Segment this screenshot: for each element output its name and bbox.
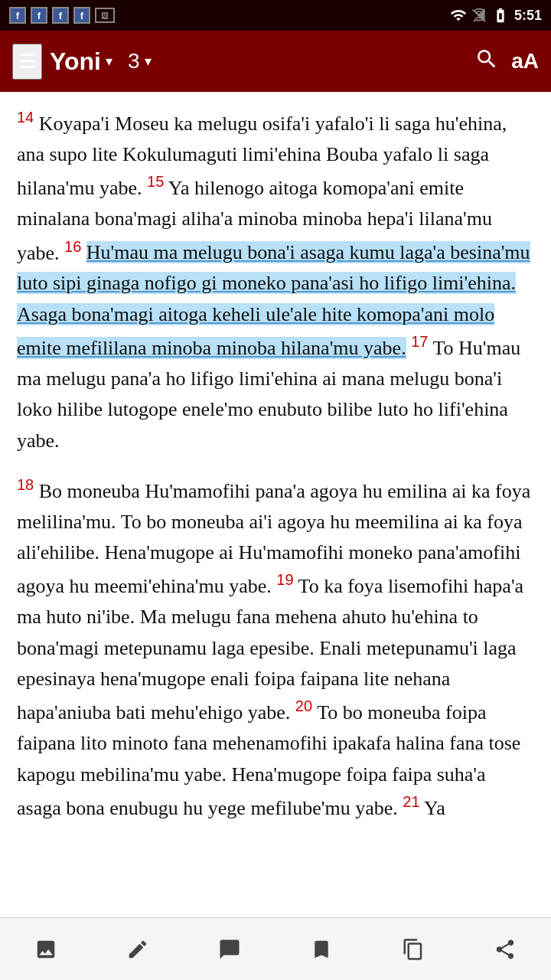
toolbar-right-icons: aA	[474, 47, 539, 77]
bookmark-button[interactable]	[291, 926, 352, 972]
verse-num-15: 15	[147, 173, 164, 190]
signal-icon	[471, 8, 487, 23]
facebook-icon-2: f	[31, 7, 47, 24]
verse-21-text-start: Ya	[424, 796, 445, 818]
verse-18-paragraph: 18 Bo moneuba Hu'mamofihi pana'a agoya h…	[17, 473, 534, 824]
status-bar: f f f f 🖼 5:51	[0, 0, 551, 31]
book-title[interactable]: Yoni	[50, 47, 101, 76]
hamburger-menu-button[interactable]: ☰	[12, 44, 42, 80]
image-status-icon: 🖼	[95, 8, 115, 23]
status-time: 5:51	[514, 8, 542, 24]
wifi-icon	[450, 7, 467, 24]
chapter-number[interactable]: 3	[128, 49, 140, 74]
battery-icon	[491, 7, 510, 24]
verse-num-18: 18	[17, 476, 34, 493]
facebook-icon-4: f	[73, 7, 90, 24]
facebook-icon-3: f	[52, 7, 69, 24]
share-button[interactable]	[474, 926, 536, 972]
chapter-dropdown-icon[interactable]: ▾	[145, 53, 152, 70]
verse-14-paragraph: 14 Koyapa'i Moseu ka melugu osifa'i yafa…	[17, 106, 534, 456]
title-group: Yoni ▾ 3 ▾	[50, 47, 467, 76]
facebook-icon-1: f	[9, 7, 26, 24]
toolbar: ☰ Yoni ▾ 3 ▾ aA	[0, 31, 551, 92]
verse-num-20: 20	[295, 697, 312, 714]
bottom-bar	[0, 917, 551, 980]
verse-num-14: 14	[17, 109, 34, 126]
status-icons-left: f f f f 🖼	[9, 7, 115, 24]
verse-num-21: 21	[403, 793, 419, 810]
content-area: 14 Koyapa'i Moseu ka melugu osifa'i yafa…	[0, 92, 551, 900]
comment-button[interactable]	[199, 926, 260, 972]
font-size-button[interactable]: aA	[511, 49, 539, 74]
verse-num-19: 19	[276, 571, 293, 588]
title-dropdown-icon[interactable]: ▾	[106, 53, 112, 70]
verse-num-17: 17	[411, 333, 428, 350]
verse-num-16: 16	[64, 238, 81, 255]
search-button[interactable]	[474, 47, 499, 77]
edit-button[interactable]	[107, 926, 168, 972]
status-icons-right: 5:51	[450, 7, 542, 24]
image-button[interactable]	[15, 926, 77, 972]
copy-button[interactable]	[383, 926, 444, 972]
